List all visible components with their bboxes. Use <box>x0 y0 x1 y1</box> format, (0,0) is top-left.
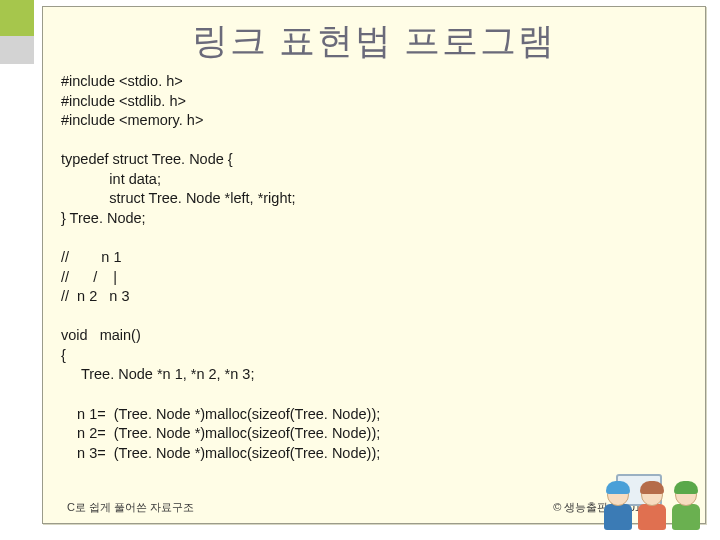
footer-left-text: C로 쉽게 풀어쓴 자료구조 <box>67 500 194 515</box>
kid-blue <box>600 482 636 534</box>
slide-body: 링크 표현법 프로그램 #include <stdio. h> #include… <box>42 6 706 524</box>
decor-left-seg-gray <box>0 36 34 64</box>
kid-green <box>668 482 704 534</box>
decor-left-seg-white <box>0 64 34 540</box>
kid-orange <box>634 482 670 534</box>
slide-footer: C로 쉽게 풀어쓴 자료구조 © 생능출판사 2011 <box>61 498 687 515</box>
slide-title: 링크 표현법 프로그램 <box>61 17 687 66</box>
children-illustration <box>596 454 706 534</box>
code-block: #include <stdio. h> #include <stdlib. h>… <box>61 72 687 498</box>
decor-left-stripe <box>0 36 34 540</box>
